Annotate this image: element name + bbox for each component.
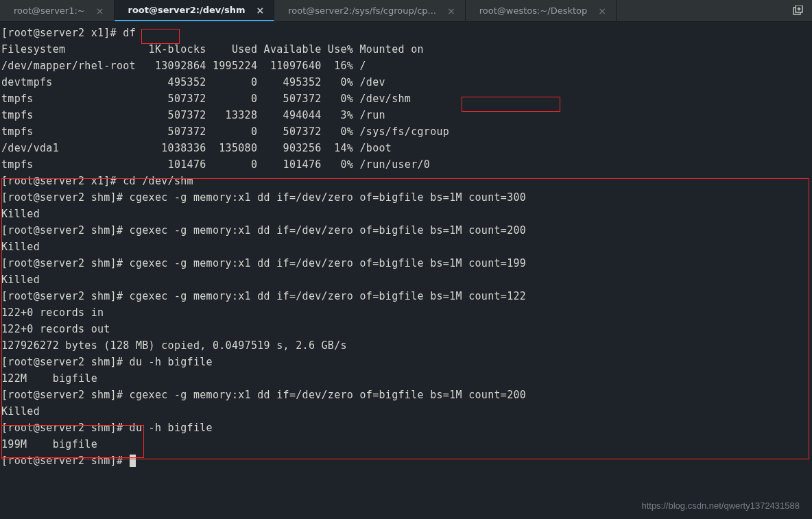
tab-label: root@server2:/dev/shm <box>128 5 246 15</box>
line: 122+0 records in <box>1 306 104 319</box>
tab-bar: root@server1:~ × root@server2:/dev/shm ×… <box>0 0 812 22</box>
close-icon[interactable]: × <box>447 5 455 16</box>
df-devshm: /dev/shm <box>360 93 411 105</box>
line: Killed <box>1 274 40 286</box>
line: [root@server2 shm]# cgexec -g memory:x1 … <box>1 257 526 269</box>
df-row: tmpfs 101476 0 101476 0% /run/user/0 <box>1 158 430 171</box>
close-icon[interactable]: × <box>96 5 104 16</box>
df-row: tmpfs 507372 13328 494044 3% /run <box>1 109 385 121</box>
watermark: https://blog.csdn.net/qwerty1372431588 <box>641 500 800 511</box>
new-tab-button[interactable] <box>785 0 812 21</box>
terminal-output[interactable]: [root@server2 x1]# df Filesystem 1K-bloc… <box>0 22 812 472</box>
line: Killed <box>1 241 40 253</box>
line: 127926272 bytes (128 MB) copied, 0.04975… <box>1 339 347 352</box>
tab-westos[interactable]: root@westos:~/Desktop × <box>466 0 617 21</box>
line: [root@server2 shm]# cgexec -g memory:x1 … <box>1 191 526 204</box>
line: [root@server2 x1]# cd /dev/shm <box>1 175 193 187</box>
close-icon[interactable]: × <box>598 5 606 16</box>
prompt-line: [root@server2 shm]# <box>1 455 130 467</box>
line: [root@server2 shm]# du -h bigfile <box>1 356 213 368</box>
tab-label: root@server2:/sys/fs/cgroup/cp... <box>288 5 436 16</box>
line: Killed <box>1 405 40 418</box>
tab-label: root@westos:~/Desktop <box>479 5 588 16</box>
df-row: devtmpfs 495352 0 495352 0% /dev <box>1 76 385 88</box>
line: [root@server2 shm]# cgexec -g memory:x1 … <box>1 290 526 302</box>
prompt: [root@server2 x1]# <box>1 27 123 39</box>
line: [root@server2 shm]# du -h bigfile <box>1 422 213 434</box>
tab-server2-shm[interactable]: root@server2:/dev/shm × <box>115 0 275 21</box>
line: Killed <box>1 208 40 220</box>
tab-server2-cgroup[interactable]: root@server2:/sys/fs/cgroup/cp... × <box>274 0 465 21</box>
df-header: Filesystem 1K-blocks Used Available Use%… <box>1 43 424 56</box>
df-row: /dev/mapper/rhel-root 13092864 1995224 1… <box>1 60 366 72</box>
command-df: df <box>123 27 136 39</box>
line: 122+0 records out <box>1 323 110 335</box>
close-icon[interactable]: × <box>256 5 265 16</box>
line: [root@server2 shm]# cgexec -g memory:x1 … <box>1 224 526 237</box>
df-row: /dev/vda1 1038336 135080 903256 14% /boo… <box>1 142 392 154</box>
line: 199M bigfile <box>1 438 97 450</box>
cursor <box>130 455 136 467</box>
line: [root@server2 shm]# cgexec -g memory:x1 … <box>1 389 526 401</box>
tab-label: root@server1:~ <box>14 5 85 16</box>
tab-server1[interactable]: root@server1:~ × <box>0 0 115 21</box>
df-row: tmpfs 507372 0 507372 0% <box>1 93 360 105</box>
df-row: tmpfs 507372 0 507372 0% /sys/fs/cgroup <box>1 125 449 138</box>
line: 122M bigfile <box>1 372 97 385</box>
new-tab-icon <box>793 5 804 16</box>
